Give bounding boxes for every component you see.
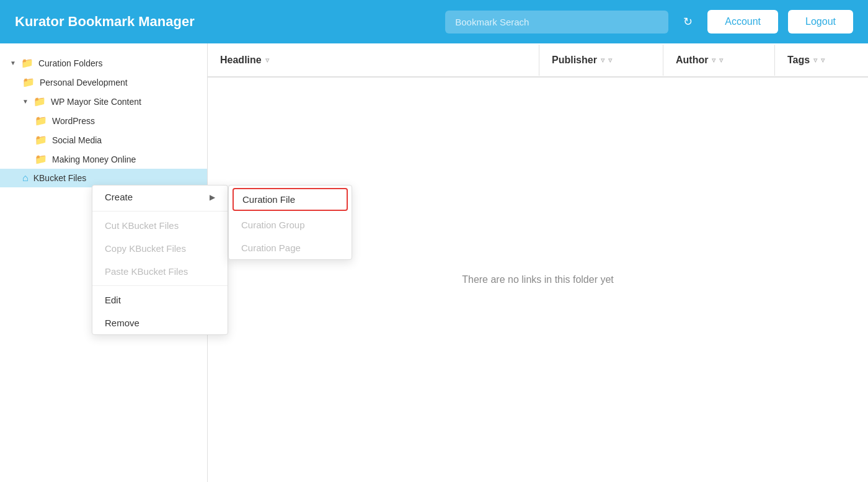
- empty-message: There are no links in this folder yet: [462, 274, 614, 285]
- app-title: Kurator Bookmark Manager: [15, 14, 195, 30]
- ctx-cut-label: Cut KBucket Files: [105, 220, 179, 231]
- ctx-create[interactable]: Create ▶: [92, 185, 228, 208]
- ctx-edit[interactable]: Edit: [92, 288, 228, 311]
- sidebar-item-label: Personal Development: [40, 78, 128, 87]
- folder-icon: 📁: [35, 115, 47, 127]
- app-header: Kurator Bookmark Manager ↻ Account Logou…: [0, 0, 868, 43]
- col-tags: Tags ▿ ▿: [775, 45, 868, 76]
- search-input[interactable]: [445, 11, 668, 33]
- main-content: Headline ▿ Publisher ▿ ▿ Author ▿ ▿ Tags…: [208, 43, 868, 482]
- tags-label: Tags: [787, 55, 810, 66]
- submenu: Curation File Curation Group Curation Pa…: [228, 185, 352, 260]
- sort-icon[interactable]: ▿: [265, 56, 269, 65]
- ctx-paste-label: Paste KBucket Files: [105, 266, 188, 277]
- sidebar-item-wp-mayor-site-content[interactable]: ▼ 📁 WP Mayor Site Content: [0, 92, 207, 111]
- sidebar-item-personal-development[interactable]: 📁 Personal Development: [0, 73, 207, 92]
- chevron-right-icon: ▶: [210, 193, 215, 202]
- publisher-label: Publisher: [552, 55, 597, 66]
- table-header: Headline ▿ Publisher ▿ ▿ Author ▿ ▿ Tags…: [208, 43, 868, 78]
- sidebar-item-curation-folders[interactable]: ▼ 📁 Curation Folders: [0, 53, 207, 73]
- col-author: Author ▿ ▿: [663, 45, 775, 76]
- author-label: Author: [676, 55, 708, 66]
- col-headline: Headline ▿: [208, 45, 539, 76]
- sidebar-item-label: Curation Folders: [38, 58, 103, 68]
- sidebar-item-label: Social Media: [52, 135, 102, 145]
- empty-state: There are no links in this folder yet: [208, 78, 868, 482]
- filter-icon[interactable]: ▿: [821, 56, 825, 65]
- headline-label: Headline: [220, 55, 262, 66]
- ctx-remove[interactable]: Remove: [92, 311, 228, 334]
- sidebar-item-making-money-online[interactable]: 📁 Making Money Online: [0, 150, 207, 169]
- ctx-remove-label: Remove: [105, 318, 140, 328]
- submenu-curation-page: Curation Page: [229, 236, 352, 259]
- ctx-copy-label: Copy KBucket Files: [105, 243, 186, 254]
- submenu-curation-file-label: Curation File: [242, 194, 295, 205]
- ctx-divider-2: [92, 285, 228, 286]
- submenu-curation-group-label: Curation Group: [241, 220, 305, 230]
- folder-icon: 📁: [22, 76, 35, 88]
- search-wrapper: [445, 11, 668, 33]
- folder-icon: 📁: [35, 153, 47, 165]
- col-publisher: Publisher ▿ ▿: [539, 45, 663, 76]
- expand-arrow: ▼: [10, 60, 16, 66]
- account-button[interactable]: Account: [707, 10, 778, 33]
- context-menu: Create ▶ Cut KBucket Files Copy KBucket …: [92, 185, 228, 335]
- ctx-copy: Copy KBucket Files: [92, 237, 228, 260]
- ctx-cut: Cut KBucket Files: [92, 214, 228, 237]
- ctx-create-label: Create: [105, 192, 133, 202]
- submenu-curation-group: Curation Group: [229, 213, 352, 236]
- sidebar-item-label: WordPress: [52, 116, 95, 126]
- home-icon: ⌂: [22, 172, 29, 184]
- ctx-paste: Paste KBucket Files: [92, 260, 228, 283]
- sidebar-item-wordpress[interactable]: 📁 WordPress: [0, 111, 207, 130]
- filter-icon[interactable]: ▿: [608, 56, 612, 65]
- sort-icon[interactable]: ▿: [712, 56, 715, 65]
- sort-icon[interactable]: ▿: [813, 56, 817, 65]
- refresh-button[interactable]: ↻: [678, 10, 698, 33]
- submenu-curation-page-label: Curation Page: [241, 243, 301, 253]
- filter-icon[interactable]: ▿: [719, 56, 723, 65]
- ctx-divider: [92, 211, 228, 212]
- expand-arrow: ▼: [22, 98, 29, 105]
- folder-icon: 📁: [33, 96, 46, 107]
- sort-icon[interactable]: ▿: [601, 56, 604, 65]
- sidebar-item-label: WP Mayor Site Content: [51, 97, 141, 107]
- sidebar-item-social-media[interactable]: 📁 Social Media: [0, 130, 207, 150]
- logout-button[interactable]: Logout: [788, 10, 853, 33]
- folder-icon: 📁: [21, 57, 33, 69]
- ctx-edit-label: Edit: [105, 295, 121, 305]
- submenu-curation-file[interactable]: Curation File: [232, 188, 348, 211]
- folder-icon: 📁: [35, 134, 47, 146]
- sidebar-item-label: KBucket Files: [33, 173, 87, 183]
- sidebar-item-label: Making Money Online: [52, 154, 136, 164]
